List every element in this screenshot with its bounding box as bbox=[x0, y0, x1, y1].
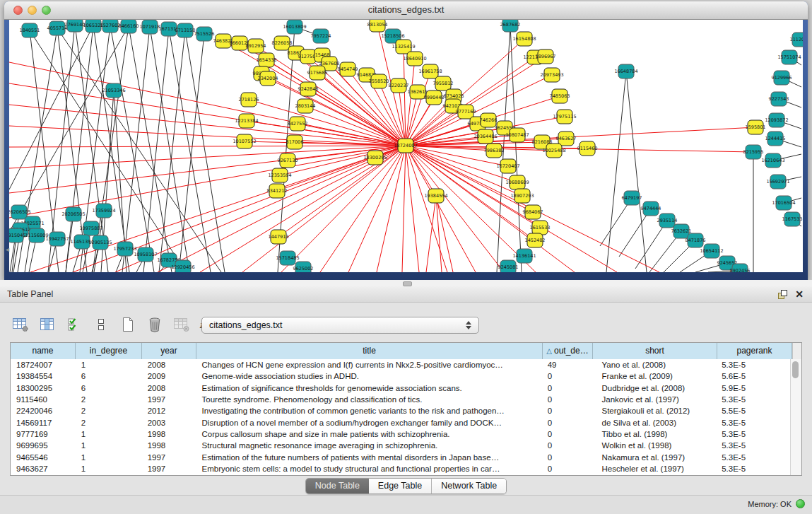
panel-splitter[interactable] bbox=[0, 280, 812, 286]
graph-node-label: 14136141 bbox=[512, 253, 536, 259]
delete-icon[interactable] bbox=[146, 315, 164, 334]
cell-out_de: 49 bbox=[542, 361, 592, 369]
graph-node-label: 10975887 bbox=[79, 226, 102, 231]
tab-edge-table[interactable]: Edge Table bbox=[369, 479, 431, 493]
graph-node-label: 13942757 bbox=[45, 236, 69, 242]
splitter-handle[interactable] bbox=[403, 281, 412, 286]
vertical-scrollbar[interactable] bbox=[790, 359, 801, 475]
graph-node-label: 1840551 bbox=[20, 28, 40, 33]
graph-node-label: 16648784 bbox=[614, 69, 637, 74]
cell-pagerank: 5.3E-5 bbox=[716, 441, 791, 450]
new-table-icon[interactable] bbox=[119, 315, 137, 334]
cell-pagerank: 5.3E-5 bbox=[716, 465, 791, 473]
graph-node-label: 8215955 bbox=[743, 149, 764, 155]
cell-year: 2008 bbox=[142, 384, 196, 392]
table-row[interactable]: 1872400712008Changes of HCN gene express… bbox=[11, 359, 791, 370]
graph-node-label: 1595801 bbox=[746, 124, 766, 130]
column-header-out_de[interactable]: △out_de… bbox=[543, 343, 593, 359]
window-titlebar[interactable]: citations_edges.txt bbox=[4, 1, 808, 20]
graph-node-label: 18907293 bbox=[510, 193, 534, 199]
column-header-year[interactable]: year bbox=[142, 343, 196, 359]
graph-node-label: 15692971 bbox=[766, 179, 789, 185]
cell-pagerank: 5.3E-5 bbox=[716, 361, 791, 369]
cell-name: 9777169 bbox=[11, 430, 76, 438]
table-type-tabbar: Node TableEdge TableNetwork Table bbox=[0, 478, 812, 493]
cell-name: 22420046 bbox=[11, 407, 76, 415]
graph-node-label: 10107552 bbox=[233, 139, 256, 144]
cell-pagerank: 5.3E-5 bbox=[716, 419, 791, 427]
cell-year: 2008 bbox=[142, 361, 196, 369]
table-row[interactable]: 977716911998Corpus callosum shape and si… bbox=[11, 428, 791, 440]
graph-node-label: 12213384 bbox=[235, 118, 258, 124]
column-header-in_degree[interactable]: in_degree bbox=[76, 343, 142, 359]
cell-in_degree: 1 bbox=[76, 361, 142, 369]
graph-node-label: 8454749 bbox=[338, 66, 358, 72]
tab-node-table[interactable]: Node Table bbox=[306, 479, 369, 493]
graph-node-label: 17975115 bbox=[553, 114, 576, 119]
graph-node-label: 6713158 bbox=[175, 28, 196, 33]
table-selector-value: citations_edges.txt bbox=[202, 320, 461, 330]
table-row[interactable]: 2242004622012Investigating the contribut… bbox=[11, 405, 791, 416]
rows-icon[interactable] bbox=[92, 315, 110, 334]
cell-out_de: 0 bbox=[542, 430, 592, 438]
graph-node-label: 26206505 bbox=[9, 209, 31, 215]
network-canvas[interactable]: 1840551405571427691401065328152760284661… bbox=[9, 20, 803, 272]
scrollbar-thumb[interactable] bbox=[792, 361, 799, 378]
cell-pagerank: 5.3E-5 bbox=[716, 430, 791, 438]
graph-node-label: 1654338 bbox=[257, 57, 277, 63]
graph-node-label: 12093872 bbox=[765, 117, 788, 123]
cell-name: 18300295 bbox=[11, 384, 76, 392]
sort-ascending-icon: △ bbox=[546, 347, 552, 355]
close-panel-icon[interactable]: ✕ bbox=[795, 288, 804, 300]
column-header-name[interactable]: name bbox=[11, 343, 76, 359]
graph-node-label: 20364486 bbox=[473, 134, 497, 139]
cell-in_degree: 1 bbox=[76, 465, 142, 473]
cell-out_de: 0 bbox=[542, 465, 592, 473]
table-row[interactable]: 1830029562008Estimation of significance … bbox=[11, 382, 791, 394]
cell-year: 2012 bbox=[142, 407, 196, 415]
graph-node-label: 9463627 bbox=[556, 136, 577, 141]
cell-name: 14569117 bbox=[11, 419, 76, 427]
collapse-panel-arrow-icon[interactable]: ◄ bbox=[4, 245, 9, 254]
memory-indicator[interactable]: Memory: OK bbox=[748, 499, 805, 508]
column-header-pagerank[interactable]: pagerank bbox=[717, 343, 792, 359]
graph-node-label: 15751074 bbox=[777, 54, 801, 60]
graph-node-label: 2935114 bbox=[657, 218, 678, 223]
cell-out_de: 0 bbox=[542, 384, 592, 392]
show-columns-icon[interactable] bbox=[38, 315, 57, 334]
cell-pagerank: 5.3E-5 bbox=[716, 395, 791, 404]
table-row[interactable]: 946554611997Estimation of the future num… bbox=[11, 451, 791, 462]
cell-pagerank: 5.3E-5 bbox=[716, 453, 791, 462]
cell-in_degree: 1 bbox=[76, 453, 142, 462]
graph-node-label: 8466160 bbox=[119, 23, 139, 29]
table-row[interactable]: 1938455462009Genome-wide association stu… bbox=[11, 370, 791, 382]
header-spacer bbox=[792, 343, 801, 359]
tab-network-table[interactable]: Network Table bbox=[431, 479, 506, 493]
table-selector-dropdown[interactable]: citations_edges.txt bbox=[201, 317, 479, 334]
table-row[interactable]: 946362711997Embryonic stem cells: a mode… bbox=[11, 463, 791, 474]
table-row[interactable]: 911546021997Tourette syndrome. Phenomeno… bbox=[11, 394, 791, 405]
graph-node-label: 6479197 bbox=[622, 195, 642, 201]
graph-node-label: 1447913 bbox=[269, 234, 289, 240]
column-header-title[interactable]: title bbox=[196, 343, 543, 359]
cell-name: 9463627 bbox=[11, 465, 76, 473]
table-row[interactable]: 969969511998Structural magnetic resonanc… bbox=[11, 440, 791, 451]
float-panel-icon[interactable] bbox=[777, 289, 788, 300]
graph-node-label: 7957224 bbox=[311, 33, 331, 39]
cell-out_de: 0 bbox=[542, 453, 592, 462]
cell-pagerank: 5.6E-5 bbox=[716, 372, 791, 380]
network-view-window: citations_edges.txt 18405514055714276914… bbox=[4, 1, 808, 280]
cell-short: Dudbridge et al. (2008) bbox=[592, 384, 717, 392]
graph-node-label: 8902456 bbox=[730, 268, 751, 272]
graph-node-label: 746266 bbox=[480, 117, 498, 123]
cell-short: Jankovic et al. (1997) bbox=[592, 395, 717, 404]
select-all-icon[interactable] bbox=[65, 315, 83, 334]
graph-node-label: 8990448 bbox=[424, 95, 445, 100]
cell-year: 1997 bbox=[142, 395, 196, 404]
cell-title: Tourette syndrome. Phenomenology and cla… bbox=[196, 395, 542, 404]
graph-node-label: 20206505 bbox=[61, 211, 85, 217]
column-header-short[interactable]: short bbox=[593, 343, 717, 359]
table-row[interactable]: 1456911722003Disruption of a novel membe… bbox=[11, 416, 791, 428]
cell-in_degree: 6 bbox=[76, 372, 142, 380]
table-options-icon[interactable] bbox=[11, 315, 30, 334]
